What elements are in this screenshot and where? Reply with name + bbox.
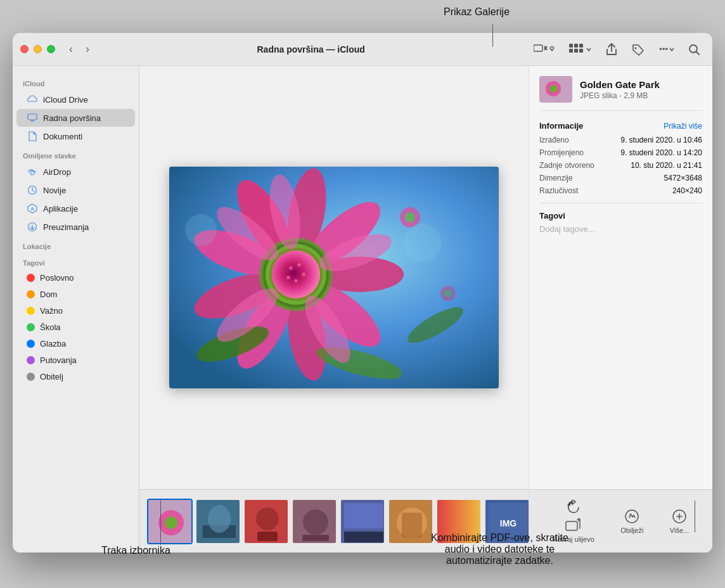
- svg-point-68: [303, 509, 328, 535]
- bottom-bar: IMG: [139, 489, 712, 553]
- close-button[interactable]: [20, 45, 29, 53]
- razlucivost-label: Razlučivost: [539, 186, 578, 195]
- tag-vazno-dot: [27, 307, 35, 315]
- tag-button[interactable]: [626, 41, 650, 58]
- tag-skola-label: Škola: [40, 323, 61, 332]
- file-info: Golden Gate Park JPEG slika - 2,9 MB: [580, 79, 660, 100]
- rotate-left-icon: [566, 500, 581, 515]
- window-title: Radna površina — iCloud: [98, 44, 523, 54]
- sidebar-item-downloads[interactable]: Preuzimanja: [16, 218, 135, 236]
- main-area: iCloud iCloud Drive Radna površina: [13, 66, 712, 553]
- tag-dom-label: Dom: [40, 290, 57, 299]
- icloud-drive-icon: [27, 94, 38, 105]
- more-actions-button[interactable]: Više...: [670, 509, 689, 534]
- tag-glazba-dot: [27, 340, 35, 348]
- sidebar-item-tag-poslovno[interactable]: Poslovno: [16, 270, 135, 286]
- markup-label: Obilježi: [620, 527, 643, 534]
- airdrop-icon: [27, 166, 38, 177]
- svg-rect-6: [579, 44, 583, 48]
- tags-section-header: Tagovi: [13, 253, 139, 269]
- svg-point-36: [302, 272, 305, 276]
- info-row-dimenzije: Dimenzije 5472×3648: [539, 174, 702, 182]
- markup-button[interactable]: Obilježi: [620, 509, 643, 534]
- more-button[interactable]: •••: [654, 42, 679, 56]
- info-panel: Golden Gate Park JPEG slika - 2,9 MB Inf…: [529, 66, 712, 489]
- sidebar-item-applications[interactable]: A Aplikacije: [16, 200, 135, 217]
- icloud-drive-label: iCloud Drive: [43, 95, 88, 105]
- downloads-icon: [27, 221, 38, 233]
- thumbnail-6[interactable]: [388, 499, 433, 544]
- svg-rect-8: [574, 49, 578, 53]
- back-button[interactable]: ‹: [65, 40, 77, 58]
- info-section-label: Informacije: [539, 121, 583, 131]
- rotate-icon-alt: [565, 518, 582, 533]
- svg-rect-66: [257, 532, 278, 541]
- sidebar-item-tag-skola[interactable]: Škola: [16, 319, 135, 335]
- sidebar-item-airdrop[interactable]: AirDrop: [16, 163, 135, 181]
- svg-rect-80: [566, 521, 577, 530]
- svg-point-65: [256, 508, 279, 530]
- tag-obitelj-dot: [27, 373, 35, 381]
- annotation-more-actions: Kombinirajte PDF-ove, skratite audio i v…: [431, 532, 568, 566]
- sidebar-item-tag-dom[interactable]: Dom: [16, 286, 135, 302]
- thumbnail-5[interactable]: [340, 499, 385, 544]
- gallery-view: Golden Gate Park JPEG slika - 2,9 MB Inf…: [139, 66, 712, 489]
- sidebar-item-documents[interactable]: Dokumenti: [16, 127, 135, 145]
- svg-text:A: A: [30, 207, 34, 211]
- sidebar-item-tag-glazba[interactable]: Glazba: [16, 336, 135, 352]
- gallery-view-button[interactable]: [564, 41, 597, 58]
- svg-point-41: [405, 212, 415, 222]
- svg-point-63: [208, 505, 231, 533]
- applications-icon: A: [27, 203, 38, 214]
- more-chevron-icon: [669, 47, 674, 52]
- izradeno-value: 9. studeni 2020. u 10:46: [620, 136, 702, 144]
- thumbnail-1[interactable]: [147, 499, 193, 544]
- show-more-button[interactable]: Prikaži više: [664, 122, 702, 131]
- info-row-razlucivost: Razlučivost 240×240: [539, 186, 702, 195]
- titlebar: ‹ › Radna površina — iCloud: [13, 33, 712, 66]
- svg-rect-72: [344, 532, 383, 542]
- view-options-icon: [534, 44, 548, 55]
- thumbnail-3[interactable]: [243, 499, 289, 544]
- sidebar-item-tag-putovanja[interactable]: Putovanja: [16, 352, 135, 368]
- thumbnail-2[interactable]: [195, 499, 241, 544]
- icloud-section-header: iCloud: [13, 74, 139, 90]
- sidebar-item-desktop[interactable]: Radna površina: [16, 109, 135, 127]
- sidebar-item-recents[interactable]: Novije: [16, 181, 135, 199]
- sidebar-item-icloud-drive[interactable]: iCloud Drive: [16, 91, 135, 108]
- minimize-button[interactable]: [34, 45, 42, 53]
- tags-title: Tagovi: [539, 211, 702, 220]
- thumbnail-4[interactable]: [292, 499, 337, 544]
- svg-point-53: [448, 281, 473, 306]
- info-row-zadnje: Zadnje otvoreno 10. stu 2020. u 21:41: [539, 161, 702, 170]
- view-options-button[interactable]: [529, 41, 560, 58]
- sidebar-item-tag-vazno[interactable]: Važno: [16, 303, 135, 319]
- downloads-label: Preuzimanja: [43, 222, 89, 232]
- svg-text:IMG: IMG: [500, 518, 517, 528]
- razlucivost-value: 240×240: [672, 186, 702, 195]
- documents-icon: [27, 131, 38, 142]
- zadnje-label: Zadnje otvoreno: [539, 161, 594, 170]
- recents-icon: [27, 184, 38, 196]
- finder-window: ‹ › Radna površina — iCloud: [13, 33, 712, 553]
- promijenjeno-label: Promijenjeno: [539, 148, 584, 157]
- traffic-lights: [20, 45, 55, 53]
- svg-point-54: [185, 214, 217, 246]
- sidebar: iCloud iCloud Drive Radna površina: [13, 66, 139, 553]
- forward-button[interactable]: ›: [82, 40, 93, 58]
- svg-rect-13: [28, 114, 37, 120]
- tag-icon: [631, 43, 645, 56]
- maximize-button[interactable]: [47, 45, 55, 53]
- markup-icon: [624, 509, 639, 524]
- tags-placeholder[interactable]: Dodaj tagove...: [539, 224, 702, 234]
- annotation-gallery-view: Prikaz Galerije: [444, 6, 510, 17]
- search-button[interactable]: [683, 41, 705, 58]
- gallery-chevron-icon: [586, 47, 592, 52]
- share-button[interactable]: [601, 41, 622, 58]
- sidebar-item-tag-obitelj[interactable]: Obitelj: [16, 369, 135, 385]
- svg-rect-71: [344, 503, 383, 528]
- recents-label: Novije: [43, 186, 66, 195]
- zadnje-value: 10. stu 2020. u 21:41: [631, 161, 702, 170]
- tag-obitelj-label: Obitelj: [40, 372, 63, 381]
- svg-line-12: [696, 52, 699, 54]
